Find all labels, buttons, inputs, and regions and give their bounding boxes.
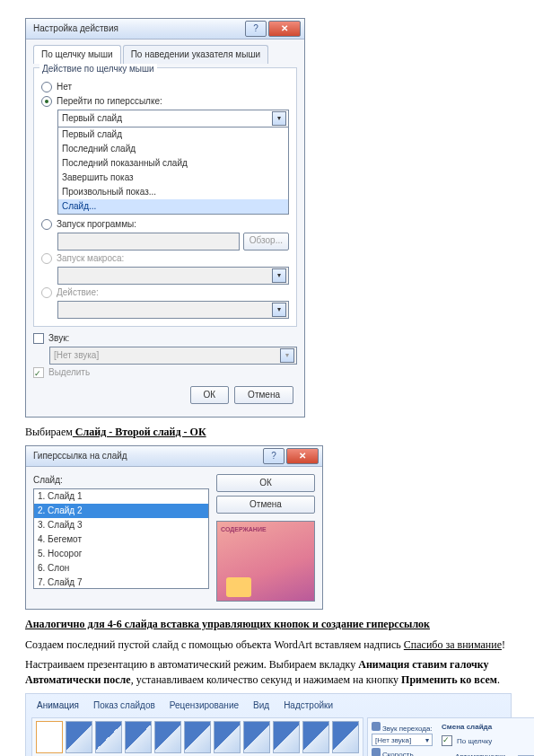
chevron-down-icon: ▾	[272, 268, 286, 283]
sound-checkbox[interactable]	[33, 333, 44, 344]
radio-macro-label: Запуск макроса:	[57, 252, 124, 265]
ribbon-tab-view[interactable]: Вид	[251, 698, 271, 714]
auto-after-label: Автоматически после:	[455, 752, 513, 756]
slide-listbox[interactable]: 1. Слайд 1 2. Слайд 2 3. Слайд 3 4. Беге…	[33, 488, 209, 589]
transition-item[interactable]	[95, 721, 122, 753]
transition-item[interactable]	[214, 721, 241, 753]
list-item[interactable]: Последний слайд	[58, 142, 288, 156]
browse-button: Обзор...	[243, 233, 289, 251]
dialog-title: Гиперссылка на слайд	[33, 450, 127, 462]
powerpoint-ribbon: Анимация Показ слайдов Рецензирование Ви…	[25, 693, 512, 756]
tab-click[interactable]: По щелчку мыши	[33, 45, 121, 64]
radio-none-label: Нет	[57, 81, 72, 93]
radio-run-program[interactable]	[41, 219, 52, 230]
hyperlink-combo[interactable]: Первый слайд ▾	[57, 110, 289, 127]
list-item[interactable]: 1. Слайд 1	[34, 489, 208, 504]
macro-combo: ▾	[57, 267, 289, 285]
list-item-selected[interactable]: Слайд...	[58, 199, 288, 214]
list-item[interactable]: 4. Бегемот	[34, 532, 208, 547]
transition-item[interactable]	[273, 721, 300, 753]
ok-button[interactable]: ОК	[216, 474, 315, 492]
speed-icon	[372, 748, 381, 756]
transition-item[interactable]	[154, 721, 181, 753]
transition-item[interactable]	[125, 721, 152, 753]
highlight-label: Выделить	[48, 366, 90, 379]
ok-button[interactable]: ОК	[190, 386, 230, 404]
by-click-label: По щелчку	[457, 736, 492, 746]
transition-item[interactable]	[184, 721, 211, 753]
hyperlink-listbox[interactable]: Первый слайд Последний слайд Последний п…	[57, 127, 289, 215]
chevron-down-icon: ▾	[425, 735, 429, 745]
sound-combo: [Нет звука]▾	[49, 347, 297, 365]
instruction-text: Выбираем Слайд - Второй слайд - ОК	[25, 425, 509, 440]
list-item[interactable]: 6. Слон	[34, 561, 208, 576]
sound-label: Звук:	[48, 332, 69, 345]
radio-hyperlink-label: Перейти по гиперссылке:	[57, 95, 162, 108]
titlebar: Гиперссылка на слайд ? ✕	[26, 446, 322, 467]
ribbon-tab-review[interactable]: Рецензирование	[168, 698, 241, 714]
click-action-group: Действие по щелчку мыши Нет Перейти по г…	[33, 67, 297, 327]
action-settings-dialog: Настройка действия ? ✕ По щелчку мыши По…	[25, 18, 305, 418]
radio-none[interactable]	[41, 82, 52, 92]
chevron-down-icon: ▾	[280, 348, 294, 363]
radio-action-label: Действие:	[57, 286, 99, 299]
list-item[interactable]: 7. Слайд 7	[34, 576, 208, 589]
paragraph: Создаем последний пустой слайд с помощью…	[25, 637, 509, 653]
help-button[interactable]: ?	[263, 448, 285, 464]
transition-item[interactable]	[66, 721, 92, 753]
radio-action	[41, 287, 52, 298]
transition-none[interactable]	[36, 721, 63, 753]
list-item[interactable]: Последний показанный слайд	[58, 156, 288, 171]
list-item[interactable]: 3. Слайд 3	[34, 518, 208, 532]
ribbon-tab-addins[interactable]: Надстройки	[282, 698, 335, 714]
preview-title: СОДЕРЖАНИЕ	[221, 525, 311, 534]
slide-preview: СОДЕРЖАНИЕ	[216, 521, 315, 602]
cancel-button[interactable]: Отмена	[234, 386, 293, 404]
sound-label: Звук перехода:	[382, 725, 433, 733]
transition-item[interactable]	[302, 721, 329, 753]
help-button[interactable]: ?	[245, 21, 267, 37]
tab-hover[interactable]: По наведении указателя мыши	[123, 45, 268, 64]
highlight-checkbox	[33, 367, 44, 378]
list-item[interactable]: Завершить показ	[58, 171, 288, 185]
paragraph: Настраиваем презентацию в автоматический…	[25, 657, 509, 688]
list-item[interactable]: 5. Носорог	[34, 547, 208, 561]
change-slide-label: Смена слайда	[442, 722, 534, 732]
combo-value: Первый слайд	[62, 112, 122, 125]
by-click-checkbox[interactable]	[442, 735, 452, 746]
radio-macro	[41, 253, 52, 264]
program-path-input	[57, 233, 240, 251]
slide-list-label: Слайд:	[33, 474, 209, 487]
list-item[interactable]: Первый слайд	[58, 127, 288, 142]
chevron-down-icon: ▾	[272, 303, 286, 317]
action-combo: ▾	[57, 301, 289, 319]
ribbon-tab-animation[interactable]: Анимация	[35, 698, 81, 714]
transition-item[interactable]	[243, 721, 270, 753]
transition-item[interactable]	[332, 721, 359, 753]
chevron-down-icon[interactable]: ▾	[272, 111, 286, 126]
paragraph: Аналогично для 4-6 слайда вставка управл…	[25, 617, 509, 632]
preview-image-icon	[226, 577, 251, 597]
sound-value: [Нет звука]	[54, 349, 99, 362]
radio-run-label: Запуск программы:	[57, 218, 136, 231]
hyperlink-slide-dialog: Гиперссылка на слайд ? ✕ Слайд: 1. Слайд…	[25, 445, 323, 610]
sound-dropdown[interactable]: [Нет звука]▾	[372, 734, 433, 746]
close-button[interactable]: ✕	[268, 21, 301, 37]
list-item-selected[interactable]: 2. Слайд 2	[34, 504, 208, 518]
dialog-title: Настройка действия	[33, 22, 118, 35]
radio-hyperlink[interactable]	[41, 96, 52, 107]
ribbon-tab-slideshow[interactable]: Показ слайдов	[92, 698, 157, 714]
titlebar: Настройка действия ? ✕	[26, 19, 304, 40]
close-button[interactable]: ✕	[286, 448, 319, 464]
cancel-button[interactable]: Отмена	[216, 496, 315, 514]
transition-gallery[interactable]	[31, 717, 363, 756]
group-label: Действие по щелчку мыши	[39, 64, 157, 74]
list-item[interactable]: Произвольный показ...	[58, 185, 288, 199]
sound-icon	[372, 722, 381, 731]
